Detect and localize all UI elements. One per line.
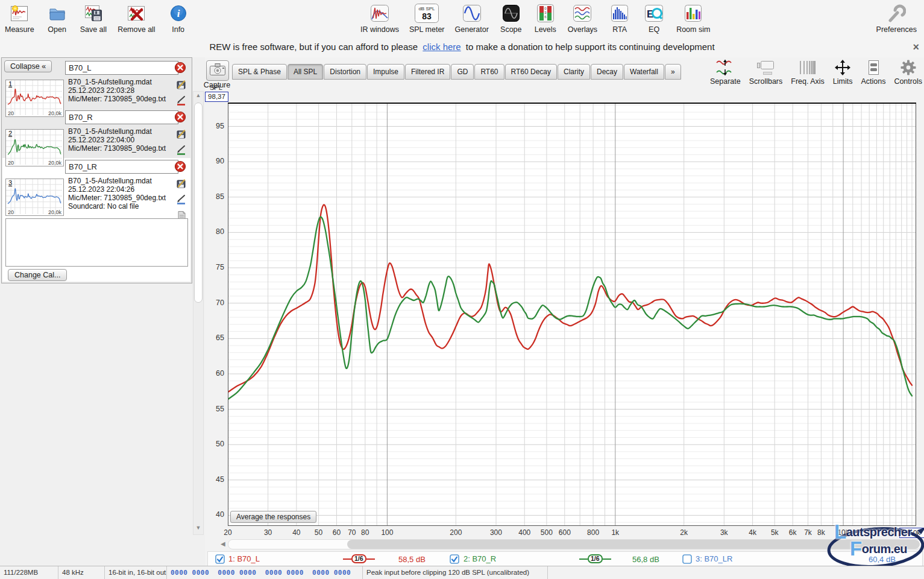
delete-measurement-icon[interactable]: [174, 62, 186, 74]
toolbar-button-generator[interactable]: Generator: [455, 2, 489, 34]
capture-button[interactable]: [206, 60, 229, 81]
toolbar-button-overlays[interactable]: Overlays: [568, 2, 597, 34]
tab-rt60-decay[interactable]: RT60 Decay: [505, 64, 557, 80]
toolbar-button-open[interactable]: Open: [45, 2, 69, 34]
toolbar-button-measure[interactable]: Measure: [5, 2, 34, 34]
toolbar-button-levels[interactable]: 036Levels: [533, 2, 558, 34]
toolbar-button-scope[interactable]: Scope: [499, 2, 523, 34]
y-tick-label: 90: [207, 157, 224, 165]
trace-checkbox[interactable]: [682, 554, 692, 564]
ir-windows-icon: [369, 2, 390, 24]
scroll-up-icon[interactable]: ▲: [193, 92, 203, 98]
measurement-actions: [176, 79, 188, 109]
toolbar-button-spl-meter[interactable]: dB SPL83SPL meter: [409, 2, 445, 34]
measure-icon: [10, 2, 29, 24]
sidebar-scrollbar[interactable]: ▲ ▼: [193, 91, 204, 535]
toolbar-button-rta[interactable]: RTA: [608, 2, 632, 34]
toolbar-button-remove-all[interactable]: Remove all: [118, 2, 156, 34]
tab-filtered-ir[interactable]: Filtered IR: [405, 64, 450, 80]
toolbar-button-label: EQ: [649, 25, 659, 34]
tab-spl-phase[interactable]: SPL & Phase: [232, 64, 287, 80]
trace-label[interactable]: 2: B70_R: [464, 554, 496, 563]
collapse-button[interactable]: Collapse «: [4, 60, 52, 72]
toolbar-button-eq[interactable]: EEQ: [642, 2, 666, 34]
measurement-thumbnail[interactable]: 22020,0k: [5, 129, 64, 166]
measurement-file: B70_1-5-Aufstellung.mdat: [68, 177, 175, 185]
trace-save-icon[interactable]: [176, 178, 188, 191]
measurement-actions: [176, 128, 188, 158]
graph-button-label: Separate: [710, 77, 741, 86]
toolbar-button-ir-windows[interactable]: IR windows: [360, 2, 399, 34]
status-memory: 111/228MB: [0, 566, 58, 579]
toolbar-button-save-all[interactable]: Save all: [80, 2, 107, 34]
measurement-file: B70_1-5-Aufstellung.mdat: [68, 78, 175, 86]
toolbar-button-label: Generator: [455, 25, 489, 34]
chart-horizontal-scrollbar[interactable]: [228, 539, 922, 549]
toolbar-button-room-sim[interactable]: Room sim: [676, 2, 710, 34]
y-axis-max-field[interactable]: 98,37: [205, 92, 228, 102]
measurement-notes-area[interactable]: [5, 218, 188, 267]
average-responses-button[interactable]: Average the responses: [230, 511, 316, 523]
limits-icon: [833, 59, 852, 77]
change-cal-button[interactable]: Change Cal...: [8, 269, 67, 281]
status-bar: 111/228MB 48 kHz 16-bit in, 16-bit out 0…: [0, 566, 924, 579]
tab-waterfall[interactable]: Waterfall: [624, 64, 664, 80]
hscroll-left-icon[interactable]: ◀: [221, 540, 225, 547]
generator-icon: [462, 2, 482, 24]
graph-button-label: Freq. Axis: [791, 77, 825, 86]
donation-link[interactable]: click here: [423, 42, 460, 52]
chart-scroll-thumb[interactable]: [347, 540, 920, 549]
trace-checkbox[interactable]: [215, 554, 225, 564]
trace-checkbox[interactable]: [450, 554, 459, 564]
trace-color-icon[interactable]: [176, 194, 188, 207]
delete-measurement-icon[interactable]: [174, 111, 186, 123]
banner-close-icon[interactable]: ×: [913, 37, 919, 57]
delete-measurement-icon[interactable]: [174, 160, 186, 172]
toolbar-right: Preferences: [876, 2, 917, 34]
spl-chart[interactable]: [228, 103, 916, 526]
sidebar-scroll-thumb[interactable]: [194, 103, 203, 303]
tabs-overflow-button[interactable]: »: [665, 64, 681, 80]
smoothing-badge[interactable]: 1/6: [343, 554, 375, 563]
trace-save-icon[interactable]: [176, 79, 188, 92]
thumbnail-xmax-label: 20,0k: [48, 209, 61, 215]
tab-impulse[interactable]: Impulse: [367, 64, 404, 80]
tab-rt60[interactable]: RT60: [474, 64, 504, 80]
toolbar-button-preferences[interactable]: Preferences: [876, 2, 917, 34]
measurements-panel: Collapse « B70_L12020,0kB70_1-5-Aufstell…: [1, 57, 192, 283]
x-axis-max-field[interactable]: 20,0k: [899, 528, 924, 538]
measurement-name-field[interactable]: B70_L: [65, 61, 178, 75]
trace-color-icon[interactable]: [176, 145, 188, 158]
graph-button-controls[interactable]: Controls: [894, 59, 922, 86]
measurement-thumbnail[interactable]: 32020,0k: [5, 179, 64, 216]
measurement-number: 1: [8, 80, 12, 87]
graph-button-scrollbars[interactable]: Scrollbars: [749, 59, 783, 86]
tab-decay[interactable]: Decay: [591, 64, 623, 80]
measurement-name-field[interactable]: B70_LR: [65, 160, 178, 174]
graph-button-separate[interactable]: Separate: [710, 59, 741, 86]
toolbar-button-info[interactable]: iInfo: [166, 2, 190, 34]
trace-save-icon[interactable]: [176, 128, 188, 142]
tab-gd[interactable]: GD: [451, 64, 474, 80]
graph-button-limits[interactable]: Limits: [833, 59, 853, 86]
graph-button-actions[interactable]: Actions: [861, 59, 885, 86]
measurement-date: 25.12.2023 22:04:26: [68, 185, 175, 194]
smoothing-badge[interactable]: 1/6: [579, 554, 611, 563]
trace-color-icon[interactable]: [176, 95, 188, 109]
thumbnail-xmin-label: 20: [8, 110, 14, 116]
measurement-name-field[interactable]: B70_R: [65, 110, 178, 124]
graph-button-freq-axis[interactable]: Freq. Axis: [791, 59, 825, 86]
x-tick-label: 200: [442, 528, 469, 537]
trace-label[interactable]: 3: B70_LR: [696, 554, 732, 563]
tab-all-spl[interactable]: All SPL: [288, 64, 323, 80]
scroll-down-icon[interactable]: ▼: [193, 525, 203, 531]
tab-clarity[interactable]: Clarity: [558, 64, 590, 80]
measurement-thumbnail[interactable]: 12020,0k: [5, 80, 64, 117]
trace-label[interactable]: 1: B70_L: [228, 554, 260, 563]
toolbar-button-label: Preferences: [876, 25, 917, 34]
status-peak-input: Peak input before clipping 120 dB SPL (u…: [363, 566, 548, 579]
toolbar-button-label: Remove all: [118, 25, 156, 34]
tab-distortion[interactable]: Distortion: [324, 64, 366, 80]
scope-icon: [501, 2, 521, 24]
spl-meter-icon: dB SPL83: [413, 2, 440, 24]
